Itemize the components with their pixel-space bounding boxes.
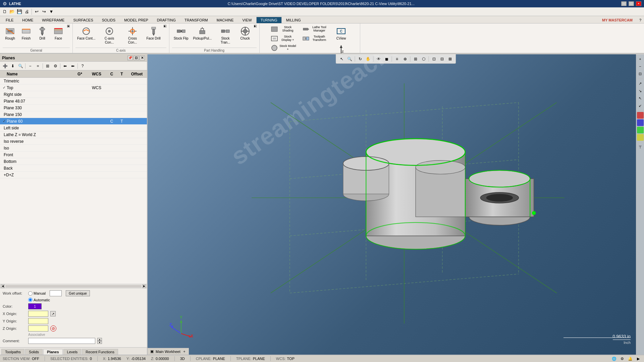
- tab-view[interactable]: VIEW: [238, 17, 256, 23]
- panel-close-button[interactable]: ✕: [140, 56, 145, 60]
- table-row[interactable]: Lathe Z = World Z: [0, 131, 147, 138]
- toolpaths-tab[interactable]: Toolpaths: [1, 349, 24, 355]
- vt-select-button[interactable]: ↖: [338, 56, 345, 62]
- vt-view-button[interactable]: 👁: [375, 56, 382, 62]
- new-file-button[interactable]: 🗋: [1, 8, 8, 15]
- help-button[interactable]: ?: [637, 17, 644, 23]
- equals-button[interactable]: =: [34, 63, 42, 69]
- print-button[interactable]: 🖨: [23, 8, 30, 15]
- tab-solids[interactable]: SOLIDS: [98, 17, 120, 23]
- add-plane-button[interactable]: ➕: [1, 63, 9, 69]
- general-expand-button[interactable]: ▶: [67, 25, 70, 27]
- rt-view4-button[interactable]: ↙: [637, 102, 644, 109]
- vt-select2-button[interactable]: ⊡: [430, 56, 438, 62]
- open-file-button[interactable]: 📂: [9, 8, 15, 15]
- scroll-left-button[interactable]: ◀: [1, 285, 5, 288]
- tab-surfaces[interactable]: SURFACES: [69, 17, 97, 23]
- comment-input[interactable]: [28, 338, 95, 344]
- minimize-button[interactable]: ─: [621, 1, 627, 6]
- caxis-con-button[interactable]: C-axis Con...: [98, 25, 120, 46]
- recent-functions-tab[interactable]: Recent Functions: [82, 349, 118, 355]
- pickup-pul-button[interactable]: Pickup/Pul...: [192, 25, 213, 42]
- rt-zoom-out-button[interactable]: −: [637, 63, 644, 70]
- vt-grid-button[interactable]: ⊞: [412, 56, 419, 62]
- tab-transform[interactable]: TRANSFORM: [180, 17, 212, 23]
- rt-zoom-in-button[interactable]: +: [637, 56, 644, 62]
- table-row[interactable]: ✓TopWCS: [0, 84, 147, 91]
- vt-select3-button[interactable]: ⊟: [438, 56, 446, 62]
- arrow-down-button[interactable]: ⬇: [9, 63, 16, 69]
- zorigin-clear-button[interactable]: ⊘: [50, 325, 56, 331]
- stock-tran-button[interactable]: Stock Tran...: [215, 25, 236, 46]
- export-button[interactable]: ⬅: [69, 63, 76, 69]
- status-expand-button[interactable]: ▶: [635, 356, 641, 362]
- manual-radio-option[interactable]: Manual: [28, 291, 46, 296]
- lathe-tool-mgr-button[interactable]: Lathe Tool Manager: [301, 25, 331, 34]
- rt-view3-button[interactable]: ↖: [637, 95, 644, 102]
- settings-button[interactable]: ⚙: [52, 63, 59, 69]
- xorigin-input[interactable]: 0.0: [28, 311, 48, 317]
- cview-button[interactable]: C CView: [333, 25, 350, 42]
- cross-con-button[interactable]: Cross Con...: [121, 25, 143, 46]
- search-button[interactable]: 🔍: [17, 63, 24, 69]
- tab-drafting[interactable]: DRAFTING: [153, 17, 180, 23]
- ws-add-icon[interactable]: ＋: [182, 349, 186, 354]
- col-header-c[interactable]: C: [107, 72, 117, 76]
- vt-shading-button[interactable]: ◼: [383, 56, 390, 62]
- finish-button[interactable]: Finish: [19, 25, 34, 42]
- close-button[interactable]: ✕: [636, 1, 641, 6]
- levels-tab[interactable]: Levels: [63, 349, 82, 355]
- stock-display-button[interactable]: Stock Display +: [269, 34, 300, 43]
- my-mastercam-button[interactable]: MY MASTERCAM: [598, 17, 637, 23]
- table-row[interactable]: Iso reverse: [0, 138, 147, 145]
- vt-wireframe-button[interactable]: ⬡: [420, 56, 427, 62]
- automatic-radio-option[interactable]: Automatic: [28, 298, 50, 302]
- scroll-track[interactable]: [5, 285, 142, 288]
- comment-down-button[interactable]: ▼: [97, 341, 102, 344]
- table-row[interactable]: Trimetric: [0, 78, 147, 84]
- yorigin-input[interactable]: 0.0: [28, 318, 48, 324]
- table-row[interactable]: +D+Z: [0, 172, 147, 178]
- table-row[interactable]: Front: [0, 152, 147, 158]
- horizontal-scrollbar[interactable]: ◀ ▶: [0, 284, 147, 288]
- face-button[interactable]: Face: [51, 25, 66, 42]
- col-header-gstar[interactable]: G*: [73, 72, 87, 76]
- automatic-radio[interactable]: [28, 298, 33, 302]
- grid-button[interactable]: ⊞: [44, 63, 51, 69]
- vt-snap-button[interactable]: ⊕: [401, 56, 409, 62]
- qa-extra-button[interactable]: ▼: [48, 8, 55, 15]
- rt-color3-button[interactable]: [637, 127, 644, 133]
- tab-milling[interactable]: MILLING: [282, 17, 305, 23]
- comment-up-button[interactable]: ▲: [97, 338, 102, 341]
- help-info-button[interactable]: ?: [79, 63, 86, 69]
- tab-file[interactable]: FILE: [1, 17, 18, 23]
- save-button[interactable]: 💾: [16, 8, 23, 15]
- face-cont-button[interactable]: Face Cont...: [75, 25, 97, 42]
- table-row[interactable]: Plane 150: [0, 111, 147, 118]
- chuck-button[interactable]: Chuck: [238, 25, 253, 42]
- pin-button[interactable]: 📌: [127, 56, 133, 60]
- stock-flip-button[interactable]: Stock Flip: [172, 25, 190, 42]
- rt-color4-button[interactable]: [637, 134, 644, 141]
- solids-tab[interactable]: Solids: [25, 349, 43, 355]
- table-row[interactable]: Bottom: [0, 158, 147, 165]
- color-swatch[interactable]: 1: [28, 303, 42, 309]
- drill-button[interactable]: Drill: [35, 25, 50, 42]
- offset-num-input[interactable]: -1: [50, 290, 62, 296]
- rt-view1-button[interactable]: ↗: [637, 80, 644, 87]
- status-notify-button[interactable]: 🔔: [627, 356, 633, 362]
- vt-zoom-button[interactable]: 🔍: [346, 56, 354, 62]
- stock-shading-button[interactable]: Stock Shading: [269, 25, 300, 34]
- tab-turning[interactable]: TURNING: [256, 17, 282, 23]
- manual-radio[interactable]: [28, 291, 33, 296]
- table-row[interactable]: Iso: [0, 145, 147, 152]
- vt-more-button[interactable]: ≡: [393, 56, 401, 62]
- rt-color2-button[interactable]: [637, 119, 644, 126]
- vt-select4-button[interactable]: ⊠: [446, 56, 454, 62]
- face-drill-button[interactable]: Face Drill: [145, 25, 162, 42]
- main-worksheet-tab[interactable]: ▣ Main Workheet ＋: [148, 348, 189, 355]
- status-settings-button[interactable]: ⚙: [619, 356, 625, 362]
- col-header-t[interactable]: T: [117, 72, 127, 76]
- vt-pan-button[interactable]: ✋: [365, 56, 372, 62]
- rt-toggle-button[interactable]: ⊤: [637, 144, 644, 150]
